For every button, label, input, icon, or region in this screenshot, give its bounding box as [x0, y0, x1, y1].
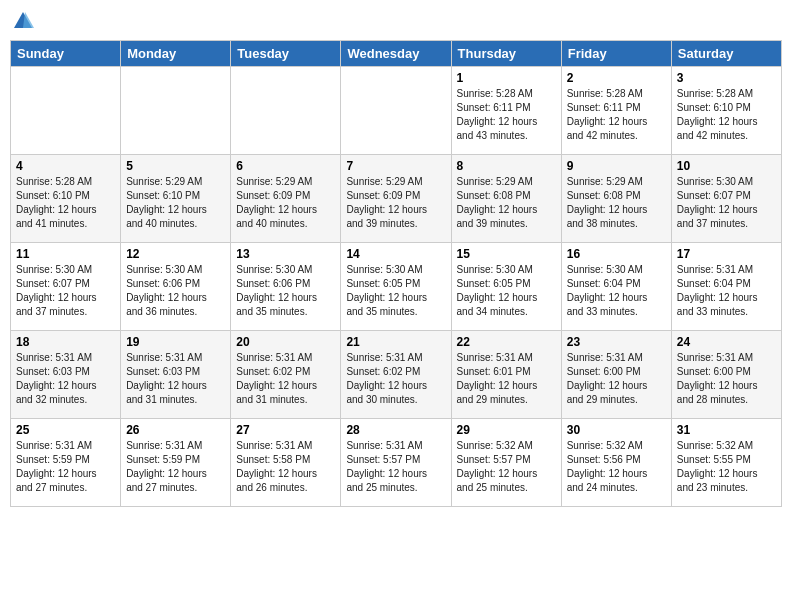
day-number: 24 [677, 335, 776, 349]
day-number: 25 [16, 423, 115, 437]
calendar-day-cell: 28Sunrise: 5:31 AM Sunset: 5:57 PM Dayli… [341, 419, 451, 507]
day-info: Sunrise: 5:30 AM Sunset: 6:05 PM Dayligh… [457, 263, 556, 319]
day-info: Sunrise: 5:28 AM Sunset: 6:11 PM Dayligh… [457, 87, 556, 143]
day-info: Sunrise: 5:30 AM Sunset: 6:06 PM Dayligh… [236, 263, 335, 319]
day-number: 30 [567, 423, 666, 437]
day-info: Sunrise: 5:30 AM Sunset: 6:07 PM Dayligh… [16, 263, 115, 319]
day-info: Sunrise: 5:29 AM Sunset: 6:08 PM Dayligh… [567, 175, 666, 231]
day-number: 26 [126, 423, 225, 437]
calendar-day-cell: 4Sunrise: 5:28 AM Sunset: 6:10 PM Daylig… [11, 155, 121, 243]
day-number: 8 [457, 159, 556, 173]
calendar-day-cell: 25Sunrise: 5:31 AM Sunset: 5:59 PM Dayli… [11, 419, 121, 507]
calendar-day-cell: 27Sunrise: 5:31 AM Sunset: 5:58 PM Dayli… [231, 419, 341, 507]
calendar-day-cell [341, 67, 451, 155]
day-number: 31 [677, 423, 776, 437]
calendar-day-cell: 26Sunrise: 5:31 AM Sunset: 5:59 PM Dayli… [121, 419, 231, 507]
day-info: Sunrise: 5:31 AM Sunset: 6:03 PM Dayligh… [126, 351, 225, 407]
day-info: Sunrise: 5:31 AM Sunset: 6:02 PM Dayligh… [346, 351, 445, 407]
day-number: 15 [457, 247, 556, 261]
day-number: 16 [567, 247, 666, 261]
calendar-day-cell: 3Sunrise: 5:28 AM Sunset: 6:10 PM Daylig… [671, 67, 781, 155]
day-of-week-header: Wednesday [341, 41, 451, 67]
day-info: Sunrise: 5:29 AM Sunset: 6:10 PM Dayligh… [126, 175, 225, 231]
calendar-week-row: 25Sunrise: 5:31 AM Sunset: 5:59 PM Dayli… [11, 419, 782, 507]
calendar-day-cell [121, 67, 231, 155]
calendar-day-cell: 15Sunrise: 5:30 AM Sunset: 6:05 PM Dayli… [451, 243, 561, 331]
day-info: Sunrise: 5:31 AM Sunset: 6:00 PM Dayligh… [567, 351, 666, 407]
calendar-day-cell: 24Sunrise: 5:31 AM Sunset: 6:00 PM Dayli… [671, 331, 781, 419]
day-info: Sunrise: 5:31 AM Sunset: 6:02 PM Dayligh… [236, 351, 335, 407]
day-info: Sunrise: 5:29 AM Sunset: 6:09 PM Dayligh… [346, 175, 445, 231]
calendar-day-cell: 18Sunrise: 5:31 AM Sunset: 6:03 PM Dayli… [11, 331, 121, 419]
calendar-day-cell: 1Sunrise: 5:28 AM Sunset: 6:11 PM Daylig… [451, 67, 561, 155]
calendar-week-row: 18Sunrise: 5:31 AM Sunset: 6:03 PM Dayli… [11, 331, 782, 419]
day-number: 14 [346, 247, 445, 261]
day-number: 9 [567, 159, 666, 173]
day-number: 18 [16, 335, 115, 349]
calendar-day-cell: 31Sunrise: 5:32 AM Sunset: 5:55 PM Dayli… [671, 419, 781, 507]
day-number: 20 [236, 335, 335, 349]
day-info: Sunrise: 5:30 AM Sunset: 6:07 PM Dayligh… [677, 175, 776, 231]
day-number: 12 [126, 247, 225, 261]
calendar-day-cell: 22Sunrise: 5:31 AM Sunset: 6:01 PM Dayli… [451, 331, 561, 419]
day-number: 1 [457, 71, 556, 85]
day-info: Sunrise: 5:31 AM Sunset: 5:57 PM Dayligh… [346, 439, 445, 495]
day-number: 7 [346, 159, 445, 173]
day-of-week-header: Thursday [451, 41, 561, 67]
day-number: 22 [457, 335, 556, 349]
day-number: 5 [126, 159, 225, 173]
day-info: Sunrise: 5:32 AM Sunset: 5:56 PM Dayligh… [567, 439, 666, 495]
calendar-day-cell: 6Sunrise: 5:29 AM Sunset: 6:09 PM Daylig… [231, 155, 341, 243]
calendar-day-cell: 11Sunrise: 5:30 AM Sunset: 6:07 PM Dayli… [11, 243, 121, 331]
day-info: Sunrise: 5:29 AM Sunset: 6:08 PM Dayligh… [457, 175, 556, 231]
calendar-day-cell [231, 67, 341, 155]
day-number: 19 [126, 335, 225, 349]
day-info: Sunrise: 5:31 AM Sunset: 5:59 PM Dayligh… [126, 439, 225, 495]
day-number: 27 [236, 423, 335, 437]
day-info: Sunrise: 5:32 AM Sunset: 5:57 PM Dayligh… [457, 439, 556, 495]
calendar-week-row: 11Sunrise: 5:30 AM Sunset: 6:07 PM Dayli… [11, 243, 782, 331]
calendar-day-cell: 12Sunrise: 5:30 AM Sunset: 6:06 PM Dayli… [121, 243, 231, 331]
page-header [10, 10, 782, 32]
calendar-day-cell: 5Sunrise: 5:29 AM Sunset: 6:10 PM Daylig… [121, 155, 231, 243]
day-info: Sunrise: 5:31 AM Sunset: 6:04 PM Dayligh… [677, 263, 776, 319]
day-number: 13 [236, 247, 335, 261]
calendar-header-row: SundayMondayTuesdayWednesdayThursdayFrid… [11, 41, 782, 67]
day-info: Sunrise: 5:30 AM Sunset: 6:05 PM Dayligh… [346, 263, 445, 319]
svg-marker-1 [23, 12, 34, 28]
calendar-day-cell: 17Sunrise: 5:31 AM Sunset: 6:04 PM Dayli… [671, 243, 781, 331]
day-number: 6 [236, 159, 335, 173]
calendar-day-cell: 29Sunrise: 5:32 AM Sunset: 5:57 PM Dayli… [451, 419, 561, 507]
calendar-day-cell: 14Sunrise: 5:30 AM Sunset: 6:05 PM Dayli… [341, 243, 451, 331]
calendar-day-cell: 19Sunrise: 5:31 AM Sunset: 6:03 PM Dayli… [121, 331, 231, 419]
calendar-day-cell: 30Sunrise: 5:32 AM Sunset: 5:56 PM Dayli… [561, 419, 671, 507]
day-number: 3 [677, 71, 776, 85]
day-number: 11 [16, 247, 115, 261]
day-info: Sunrise: 5:31 AM Sunset: 6:03 PM Dayligh… [16, 351, 115, 407]
day-info: Sunrise: 5:31 AM Sunset: 5:59 PM Dayligh… [16, 439, 115, 495]
day-info: Sunrise: 5:28 AM Sunset: 6:11 PM Dayligh… [567, 87, 666, 143]
day-number: 2 [567, 71, 666, 85]
day-info: Sunrise: 5:31 AM Sunset: 5:58 PM Dayligh… [236, 439, 335, 495]
day-of-week-header: Monday [121, 41, 231, 67]
calendar-day-cell: 21Sunrise: 5:31 AM Sunset: 6:02 PM Dayli… [341, 331, 451, 419]
calendar-day-cell: 10Sunrise: 5:30 AM Sunset: 6:07 PM Dayli… [671, 155, 781, 243]
day-info: Sunrise: 5:30 AM Sunset: 6:06 PM Dayligh… [126, 263, 225, 319]
calendar-day-cell: 20Sunrise: 5:31 AM Sunset: 6:02 PM Dayli… [231, 331, 341, 419]
day-info: Sunrise: 5:31 AM Sunset: 6:00 PM Dayligh… [677, 351, 776, 407]
day-of-week-header: Sunday [11, 41, 121, 67]
logo-icon [12, 10, 34, 32]
day-number: 10 [677, 159, 776, 173]
day-number: 23 [567, 335, 666, 349]
calendar-day-cell: 16Sunrise: 5:30 AM Sunset: 6:04 PM Dayli… [561, 243, 671, 331]
calendar-week-row: 1Sunrise: 5:28 AM Sunset: 6:11 PM Daylig… [11, 67, 782, 155]
calendar-day-cell: 7Sunrise: 5:29 AM Sunset: 6:09 PM Daylig… [341, 155, 451, 243]
calendar-day-cell: 8Sunrise: 5:29 AM Sunset: 6:08 PM Daylig… [451, 155, 561, 243]
calendar-week-row: 4Sunrise: 5:28 AM Sunset: 6:10 PM Daylig… [11, 155, 782, 243]
day-of-week-header: Friday [561, 41, 671, 67]
calendar-day-cell: 9Sunrise: 5:29 AM Sunset: 6:08 PM Daylig… [561, 155, 671, 243]
logo [10, 10, 34, 32]
day-info: Sunrise: 5:31 AM Sunset: 6:01 PM Dayligh… [457, 351, 556, 407]
day-number: 21 [346, 335, 445, 349]
day-of-week-header: Tuesday [231, 41, 341, 67]
